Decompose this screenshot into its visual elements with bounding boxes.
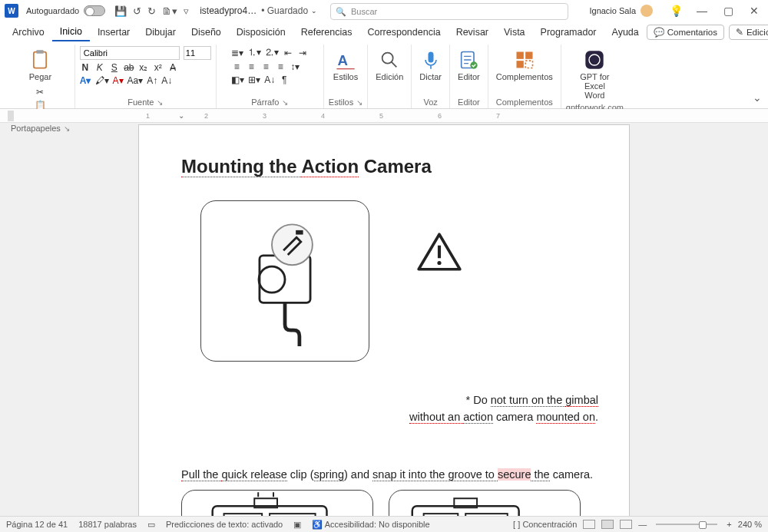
menu-vista[interactable]: Vista (496, 24, 533, 41)
view-read-icon[interactable] (583, 520, 595, 529)
menu-inicio[interactable]: Inicio (52, 23, 90, 41)
shading-icon[interactable]: ◧▾ (231, 74, 244, 85)
redo-icon[interactable]: ↻ (147, 5, 156, 17)
menu-revisar[interactable]: Revisar (449, 24, 496, 41)
zoom-out-icon[interactable]: — (638, 520, 647, 529)
font-name-input[interactable] (80, 46, 180, 60)
ribbon-collapse-icon[interactable]: ⌄ (753, 91, 762, 104)
chevron-down-icon[interactable]: ⌄ (311, 7, 317, 15)
help-lightbulb-icon[interactable]: 💡 (667, 5, 685, 17)
status-predictions[interactable]: Predicciones de texto: activado (166, 520, 283, 529)
decrease-indent-icon[interactable]: ⇤ (283, 48, 293, 58)
menu-dibujar[interactable]: Dibujar (137, 24, 184, 41)
zoom-level[interactable]: 240 % (738, 520, 762, 529)
gpt-addon-button[interactable]: GPT for Excel Word (572, 46, 617, 103)
styles-button[interactable]: A Estilos (330, 46, 361, 84)
clear-format-icon[interactable]: A̶ (167, 62, 178, 73)
editing-button[interactable]: Edición (372, 46, 406, 84)
subscript-icon[interactable]: x₂ (138, 62, 149, 73)
figure-camera-mount[interactable] (200, 200, 369, 362)
bullets-icon[interactable]: ≣▾ (231, 48, 243, 58)
dialog-launcher-icon[interactable]: ↘ (356, 98, 362, 107)
align-right-icon[interactable]: ≡ (260, 61, 271, 72)
grow-font-icon[interactable]: A↑ (147, 75, 157, 86)
menu-disposicion[interactable]: Disposición (229, 24, 293, 41)
view-web-icon[interactable] (620, 520, 632, 529)
view-print-icon[interactable] (601, 520, 614, 529)
change-case-icon[interactable]: Aa▾ (127, 75, 144, 86)
menu-insertar[interactable]: Insertar (90, 24, 137, 41)
warning-note[interactable]: * Do not turn on the gimbal without an a… (181, 392, 598, 426)
line-spacing-icon[interactable]: ↕▾ (290, 61, 300, 72)
align-center-icon[interactable]: ≡ (246, 61, 257, 72)
menu-correspondencia[interactable]: Correspondencia (359, 24, 448, 41)
save-icon[interactable]: 💾 (114, 5, 127, 17)
menu-programador[interactable]: Programador (533, 24, 604, 41)
justify-icon[interactable]: ≡ (275, 61, 286, 72)
document-heading[interactable]: Mounting the Action Camera (181, 156, 598, 177)
numbering-icon[interactable]: ⒈▾ (247, 46, 261, 59)
avatar-icon (641, 5, 653, 17)
align-left-icon[interactable]: ≡ (231, 61, 242, 72)
comments-button[interactable]: 💬 Comentarios (647, 25, 724, 40)
svg-rect-16 (296, 230, 303, 235)
paste-button[interactable]: Pegar (26, 46, 55, 84)
cut-icon[interactable]: ✂ (35, 87, 45, 97)
undo-icon[interactable]: ↺ (133, 5, 141, 17)
status-accessibility[interactable]: ♿ Accesibilidad: No disponible (312, 520, 429, 530)
status-macro-icon[interactable]: ▣ (293, 520, 301, 530)
horizontal-ruler[interactable]: ⌄ 1 2 3 4 5 6 7 (0, 109, 768, 123)
zoom-in-icon[interactable]: + (727, 520, 731, 529)
maximize-icon[interactable]: ▢ (719, 5, 737, 17)
autosave-toggle[interactable]: Autoguardado (26, 5, 105, 16)
menu-bar: Archivo Inicio Insertar Dibujar Diseño D… (0, 21, 768, 43)
doc-icon[interactable]: 🗎▾ (162, 5, 177, 17)
menu-ayuda[interactable]: Ayuda (604, 24, 647, 41)
superscript-icon[interactable]: x² (153, 62, 164, 73)
figure-clip-2[interactable] (389, 490, 581, 517)
zoom-slider[interactable] (656, 524, 717, 525)
shrink-font-icon[interactable]: A↓ (161, 75, 172, 86)
highlight-icon[interactable]: 🖍▾ (95, 75, 109, 86)
borders-icon[interactable]: ⊞▾ (248, 74, 260, 85)
bold-icon[interactable]: N (80, 62, 91, 73)
editing-mode-button[interactable]: ✎ Edición ⌄ (729, 25, 768, 40)
status-language-icon[interactable]: ▭ (147, 520, 155, 530)
sort-icon[interactable]: A↓ (264, 74, 275, 85)
multilevel-icon[interactable]: ⒉▾ (265, 46, 279, 59)
show-marks-icon[interactable]: ¶ (279, 74, 290, 85)
svg-rect-7 (516, 52, 523, 59)
body-text[interactable]: Pull the quick release clip (spring) and… (181, 468, 598, 481)
figure-clip-1[interactable] (181, 490, 373, 517)
dialog-launcher-icon[interactable]: ↘ (64, 124, 70, 133)
document-canvas[interactable]: Mounting the Action Camera (0, 123, 768, 516)
document-title[interactable]: isteadypro4… • Guardado ⌄ (200, 5, 317, 16)
font-size-input[interactable] (184, 46, 211, 60)
dictate-button[interactable]: Dictar (416, 46, 445, 84)
toggle-off-icon[interactable] (84, 5, 105, 16)
text-effects-icon[interactable]: A▾ (80, 75, 91, 86)
close-icon[interactable]: ✕ (745, 5, 763, 17)
menu-referencias[interactable]: Referencias (293, 24, 360, 41)
italic-icon[interactable]: K (94, 62, 105, 73)
increase-indent-icon[interactable]: ⇥ (297, 48, 308, 58)
font-color-icon[interactable]: A▾ (113, 75, 124, 86)
menu-archivo[interactable]: Archivo (5, 24, 52, 41)
minimize-icon[interactable]: — (693, 5, 711, 17)
strikethrough-icon[interactable]: ab (124, 62, 134, 73)
status-words[interactable]: 18817 palabras (78, 520, 137, 529)
complementos-button[interactable]: Complementos (493, 46, 556, 84)
qat-more-icon[interactable]: ▿ (184, 5, 189, 17)
group-editing: Edición . (368, 45, 412, 108)
dialog-launcher-icon[interactable]: ↘ (282, 98, 288, 107)
focus-mode-button[interactable]: [ ] Concentración (513, 520, 577, 529)
editor-button[interactable]: Editor (455, 46, 483, 84)
document-page[interactable]: Mounting the Action Camera (138, 124, 630, 516)
dialog-launcher-icon[interactable]: ↘ (157, 98, 163, 107)
word-app-icon: W (5, 4, 18, 18)
status-page[interactable]: Página 12 de 41 (6, 520, 68, 529)
user-account[interactable]: Ignacio Sala (589, 5, 653, 17)
search-input[interactable]: 🔍 Buscar (330, 3, 568, 20)
menu-diseno[interactable]: Diseño (184, 24, 229, 41)
underline-icon[interactable]: S (109, 62, 120, 73)
